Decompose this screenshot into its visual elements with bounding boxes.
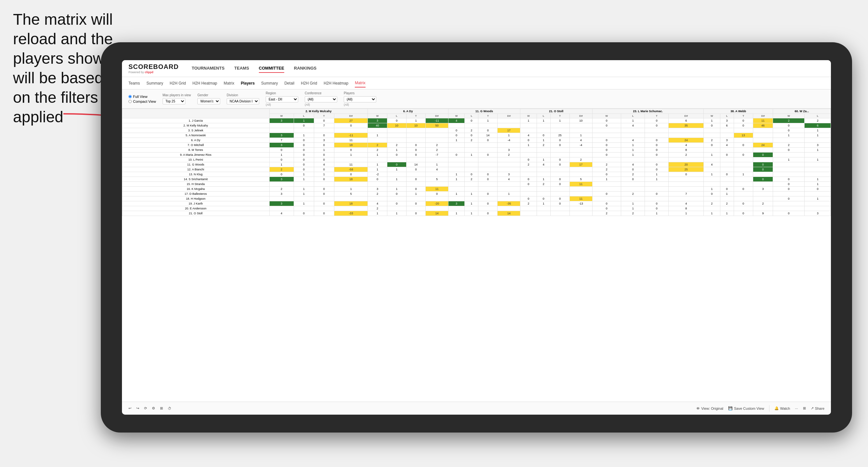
sub-dif-1: Dif (334, 114, 368, 118)
table-row: 12. A Bianchi 200-58 1104 20025 0 (122, 167, 831, 172)
player-name: 21. O Stoll (122, 211, 270, 216)
logo-scoreboard: SCOREBOARD (128, 63, 179, 70)
table-row: 5. A Nomrowski 310-11 1 00141 40251 13 1… (122, 133, 831, 138)
sub-nav-matrix[interactable]: Matrix (224, 80, 235, 87)
sub-nav-h2h-heatmap2[interactable]: H2H Heatmap (323, 80, 348, 87)
share-icon: ↗ (811, 406, 814, 410)
nav-tournaments[interactable]: TOURNAMENTS (191, 64, 224, 73)
watch-button[interactable]: 🔔 Watch (774, 406, 790, 410)
view-toggle: Full View Compact View (128, 95, 156, 103)
sub-t-5: T (645, 114, 669, 118)
table-row: 1. J Garcia 31027 301-11 401 11110 0106 … (122, 118, 831, 123)
compact-view-radio[interactable]: Compact View (128, 99, 156, 103)
sub-nav-summary2[interactable]: Summary (261, 80, 278, 87)
sub-l-6: L (720, 114, 734, 118)
sub-w-3: W (448, 114, 465, 118)
gender-select[interactable]: Women's Men's (197, 98, 220, 104)
player-name: 14. S Srichantamit (122, 177, 270, 182)
player-name: 8. M Torres (122, 148, 270, 153)
undo-button[interactable]: ↩ (128, 406, 131, 410)
logo-area: SCOREBOARD Powered by clippd (128, 63, 179, 74)
grid-button[interactable]: ⊞ (803, 406, 806, 410)
sub-w-7: W (773, 114, 805, 118)
sub-l-7: L (805, 114, 831, 118)
more-button[interactable]: ··· (795, 406, 798, 410)
save-icon: 💾 (728, 406, 733, 410)
nav-teams[interactable]: TEAMS (234, 64, 249, 73)
players-filter: Players (All) (All) (344, 91, 376, 106)
player-name: 15. H Stranda (122, 182, 270, 187)
tablet-screen: SCOREBOARD Powered by clippd TOURNAMENTS… (122, 60, 831, 415)
table-row: 19. J Karth 31018 400-20 310-35 210-13 0… (122, 201, 831, 206)
redo-button[interactable]: ↪ (136, 406, 139, 410)
timer-button[interactable]: ⏱ (168, 406, 172, 410)
sub-l-1: L (294, 114, 314, 118)
player-name: 6. A Dy (122, 138, 270, 143)
zoom-button[interactable]: ⊞ (160, 406, 163, 410)
sub-dif-4: Dif (569, 114, 592, 118)
sub-nav-teams[interactable]: Teams (128, 80, 140, 87)
sub-nav-h2h-grid2[interactable]: H2H Grid (301, 80, 317, 87)
player-name: 16. K Mcgaha (122, 187, 270, 191)
sub-nav-h2h-heatmap[interactable]: H2H Heatmap (192, 80, 217, 87)
player-name: 11. G Woods (122, 162, 270, 167)
sub-dif-2: Dif (426, 114, 448, 118)
sub-nav-players[interactable]: Players (241, 80, 255, 87)
nav-committee[interactable]: COMMITTEE (259, 64, 284, 73)
sub-w-6: W (704, 114, 720, 118)
table-row: 6. A Dy 70311 120-4 0104 04024 23 (122, 138, 831, 143)
full-view-radio[interactable]: Full View (128, 95, 156, 98)
table-row: 17. D Ballesteros 3105 2010 1101 0207 01 (122, 191, 831, 196)
col-header-38: 38. A Webb (704, 109, 773, 114)
table-row: 18. H Hodgson 00011 01 (122, 196, 831, 201)
col-header-11: 11. G Woods (448, 109, 520, 114)
sub-t-2: T (406, 114, 425, 118)
eye-icon: 👁 (696, 406, 700, 410)
table-row: 20. E Andersson 2 0108 (122, 206, 831, 211)
conference-select[interactable]: (All) (305, 96, 337, 102)
region-select[interactable]: East - DII West - DII (All) (266, 96, 298, 102)
gender-filter: Gender Women's Men's (197, 93, 220, 104)
table-row: 7. O Mitchell 30018 2202 120-4 0104 0402… (122, 143, 831, 148)
bell-icon: 🔔 (774, 406, 779, 410)
table-row: 11. G Woods 10411 10141 24017 24020 40 (122, 162, 831, 167)
sub-dif-5: Dif (669, 114, 704, 118)
view-original-button[interactable]: 👁 View: Original (696, 406, 723, 410)
table-row: 21. O Stoll 400-33 11014 11014 2211 1109… (122, 211, 831, 216)
player-name: 3. S Jelinek (122, 128, 270, 133)
table-row: 8. M Torres 0010 2102 3 0108 01 (122, 148, 831, 153)
top-nav: SCOREBOARD Powered by clippd TOURNAMENTS… (122, 60, 831, 77)
sub-w-4: W (520, 114, 537, 118)
table-row: 10. L Perini 000 0102 11 (122, 157, 831, 162)
sub-dif-3: Dif (498, 114, 520, 118)
sub-nav-h2h-grid[interactable]: H2H Grid (170, 80, 186, 87)
share-button[interactable]: ↗ Share (811, 406, 825, 410)
refresh-button[interactable]: ⟳ (144, 406, 147, 410)
col-header-23: 23. L Marie Schumac. (592, 109, 704, 114)
division-select[interactable]: NCAA Division II NCAA Division I NCAA Di… (227, 98, 259, 104)
max-players-select[interactable]: Top 25 Top 50 All (163, 98, 185, 104)
sub-w-5: W (592, 114, 621, 118)
sub-w-2: W (368, 114, 387, 118)
matrix-content[interactable]: 2. M Kelly Mulcahy 6. A Dy 11. G Woods 2… (122, 108, 831, 402)
sub-nav-matrix2[interactable]: Matrix (355, 79, 366, 88)
player-name: 5. A Nomrowski (122, 133, 270, 138)
sub-nav-summary[interactable]: Summary (146, 80, 163, 87)
player-name: 10. L Perini (122, 157, 270, 162)
sub-dif-6: Dif (753, 114, 773, 118)
settings-button[interactable]: ⚙ (152, 406, 155, 410)
nav-rankings[interactable]: RANKINGS (294, 64, 316, 73)
player-name: 19. J Karth (122, 201, 270, 206)
save-custom-button[interactable]: 💾 Save Custom View (728, 406, 764, 410)
player-name: 9. A Maria Jimenez Rios (122, 153, 270, 157)
player-name: 12. A Bianchi (122, 167, 270, 172)
table-row: 9. A Maria Jimenez Rios 1001 100-7 0102 … (122, 153, 831, 157)
players-select[interactable]: (All) (344, 96, 376, 102)
col-header-60: 60. W Za... (773, 109, 831, 114)
region-filter: Region East - DII West - DII (All) (All) (266, 91, 298, 106)
player-name-header (122, 109, 270, 118)
sub-t-3: T (478, 114, 498, 118)
sub-nav-detail[interactable]: Detail (284, 80, 294, 87)
division-filter: Division NCAA Division II NCAA Division … (227, 93, 259, 104)
tablet-frame: SCOREBOARD Powered by clippd TOURNAMENTS… (101, 42, 852, 433)
